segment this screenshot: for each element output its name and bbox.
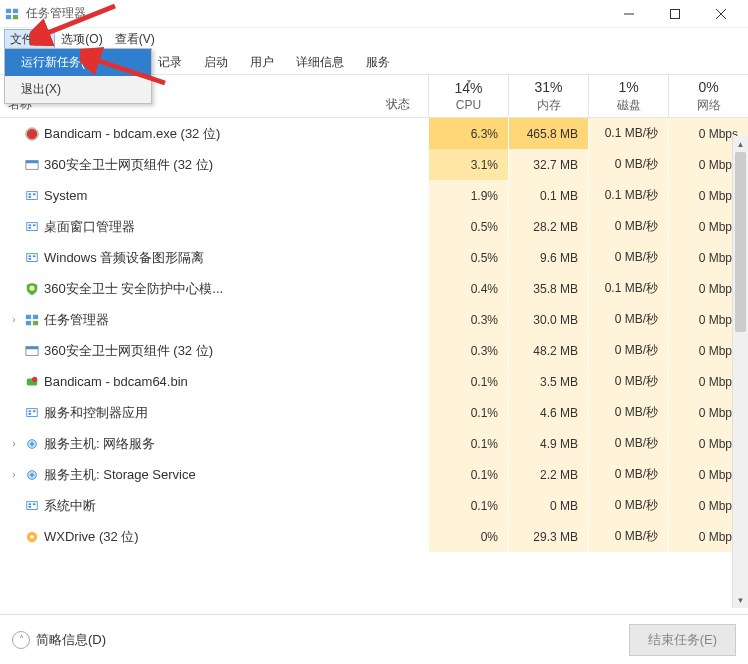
svg-rect-37	[29, 413, 32, 415]
process-row[interactable]: 系统中断0.1%0 MB0 MB/秒0 Mbps	[0, 490, 748, 521]
process-row[interactable]: ›服务主机: Storage Service0.1%2.2 MB0 MB/秒0 …	[0, 459, 748, 490]
svg-rect-21	[33, 224, 36, 226]
svg-rect-20	[29, 227, 32, 229]
process-name-cell: Bandicam - bdcam.exe (32 位)	[0, 125, 368, 143]
process-name-cell: ›任务管理器	[0, 311, 368, 329]
process-disk: 0 MB/秒	[588, 149, 668, 180]
close-button[interactable]	[698, 0, 744, 28]
process-disk: 0 MB/秒	[588, 397, 668, 428]
process-row[interactable]: ›任务管理器0.3%30.0 MB0 MB/秒0 Mbps	[0, 304, 748, 335]
process-name-cell: System	[0, 188, 368, 204]
process-name: 服务主机: Storage Service	[44, 466, 196, 484]
menu-bar: 文件(F) 选项(O) 查看(V)	[0, 28, 748, 50]
bandicam-icon	[24, 374, 40, 390]
menu-file[interactable]: 文件(F)	[4, 29, 55, 50]
svg-point-10	[27, 128, 38, 139]
end-task-button[interactable]: 结束任务(E)	[629, 624, 736, 656]
menu-run-new-task[interactable]: 运行新任务(N)	[5, 49, 151, 76]
header-disk[interactable]: 1% 磁盘	[588, 75, 668, 117]
process-disk: 0 MB/秒	[588, 521, 668, 552]
process-row[interactable]: 桌面窗口管理器0.5%28.2 MB0 MB/秒0 Mbps	[0, 211, 748, 242]
svg-rect-15	[29, 193, 32, 195]
process-mem: 4.9 MB	[508, 428, 588, 459]
svg-rect-24	[29, 258, 32, 260]
process-row[interactable]: WXDrive (32 位)0%29.3 MB0 MB/秒0 Mbps	[0, 521, 748, 552]
svg-rect-13	[26, 160, 38, 163]
process-name: 360安全卫士网页组件 (32 位)	[44, 156, 213, 174]
menu-view[interactable]: 查看(V)	[109, 29, 161, 50]
process-cpu: 0.1%	[428, 490, 508, 521]
process-row[interactable]: 360安全卫士 安全防护中心模...0.4%35.8 MB0.1 MB/秒0 M…	[0, 273, 748, 304]
scroll-up-button[interactable]: ▲	[733, 136, 748, 152]
svg-rect-23	[29, 255, 32, 257]
header-cpu[interactable]: ▾ 14% CPU	[428, 75, 508, 117]
process-row[interactable]: Bandicam - bdcam.exe (32 位)6.3%465.8 MB0…	[0, 118, 748, 149]
svg-rect-16	[29, 196, 32, 198]
svg-point-34	[32, 376, 37, 381]
process-row[interactable]: 360安全卫士网页组件 (32 位)0.3%48.2 MB0 MB/秒0 Mbp…	[0, 335, 748, 366]
svg-rect-28	[33, 314, 38, 318]
process-row[interactable]: 360安全卫士网页组件 (32 位)3.1%32.7 MB0 MB/秒0 Mbp…	[0, 149, 748, 180]
process-name: Bandicam - bdcam64.bin	[44, 374, 188, 389]
process-row[interactable]: Windows 音频设备图形隔离0.5%9.6 MB0 MB/秒0 Mbps	[0, 242, 748, 273]
svg-point-40	[30, 442, 34, 446]
process-cpu: 0.3%	[428, 304, 508, 335]
svg-rect-43	[27, 501, 38, 509]
process-name: 服务和控制器应用	[44, 404, 148, 422]
taskmgr-icon	[24, 312, 40, 328]
process-cpu: 0.1%	[428, 366, 508, 397]
process-name: Windows 音频设备图形隔离	[44, 249, 204, 267]
svg-rect-25	[33, 255, 36, 257]
header-status[interactable]: 状态	[368, 75, 428, 117]
process-name-cell: 360安全卫士网页组件 (32 位)	[0, 342, 368, 360]
process-cpu: 0.1%	[428, 397, 508, 428]
process-name-cell: 系统中断	[0, 497, 368, 515]
svg-rect-14	[27, 191, 38, 199]
process-mem: 48.2 MB	[508, 335, 588, 366]
menu-options[interactable]: 选项(O)	[55, 29, 108, 50]
scroll-thumb[interactable]	[735, 152, 746, 332]
scroll-down-button[interactable]: ▼	[733, 592, 748, 608]
process-name-cell: 360安全卫士网页组件 (32 位)	[0, 156, 368, 174]
svg-rect-38	[33, 410, 36, 412]
wxdrive-icon	[24, 529, 40, 545]
maximize-button[interactable]	[652, 0, 698, 28]
process-name: 360安全卫士 安全防护中心模...	[44, 280, 223, 298]
process-row[interactable]: System1.9%0.1 MB0.1 MB/秒0 Mbps	[0, 180, 748, 211]
process-disk: 0 MB/秒	[588, 490, 668, 521]
gear-icon	[24, 436, 40, 452]
process-name-cell: WXDrive (32 位)	[0, 528, 368, 546]
expand-icon[interactable]: ›	[8, 438, 20, 449]
svg-rect-4	[6, 14, 11, 18]
process-name: 系统中断	[44, 497, 96, 515]
process-row[interactable]: ›服务主机: 网络服务0.1%4.9 MB0 MB/秒0 Mbps	[0, 428, 748, 459]
process-row[interactable]: 服务和控制器应用0.1%4.6 MB0 MB/秒0 Mbps	[0, 397, 748, 428]
header-network[interactable]: 0% 网络	[668, 75, 748, 117]
tab-startup[interactable]: 启动	[194, 51, 238, 74]
bottom-bar: ˄ 简略信息(D) 结束任务(E)	[0, 614, 748, 664]
tab-users[interactable]: 用户	[240, 51, 284, 74]
svg-rect-2	[6, 8, 11, 12]
process-mem: 3.5 MB	[508, 366, 588, 397]
expand-icon[interactable]: ›	[8, 469, 20, 480]
expand-icon[interactable]: ›	[8, 314, 20, 325]
minimize-button[interactable]	[606, 0, 652, 28]
svg-point-48	[30, 535, 34, 539]
process-name: 服务主机: 网络服务	[44, 435, 155, 453]
system-icon	[24, 250, 40, 266]
menu-exit[interactable]: 退出(X)	[5, 76, 151, 103]
process-name: 任务管理器	[44, 311, 109, 329]
svg-point-26	[29, 285, 34, 290]
vertical-scrollbar[interactable]: ▲ ▼	[732, 136, 748, 608]
tab-record[interactable]: 记录	[148, 51, 192, 74]
process-mem: 0.1 MB	[508, 180, 588, 211]
tab-services[interactable]: 服务	[356, 51, 400, 74]
tab-details[interactable]: 详细信息	[286, 51, 354, 74]
header-memory[interactable]: 31% 内存	[508, 75, 588, 117]
fewer-details-button[interactable]: ˄ 简略信息(D)	[12, 631, 106, 649]
process-row[interactable]: Bandicam - bdcam64.bin0.1%3.5 MB0 MB/秒0 …	[0, 366, 748, 397]
process-mem: 465.8 MB	[508, 118, 588, 149]
shield-green-icon	[24, 281, 40, 297]
process-name: Bandicam - bdcam.exe (32 位)	[44, 125, 220, 143]
svg-rect-45	[29, 506, 32, 508]
